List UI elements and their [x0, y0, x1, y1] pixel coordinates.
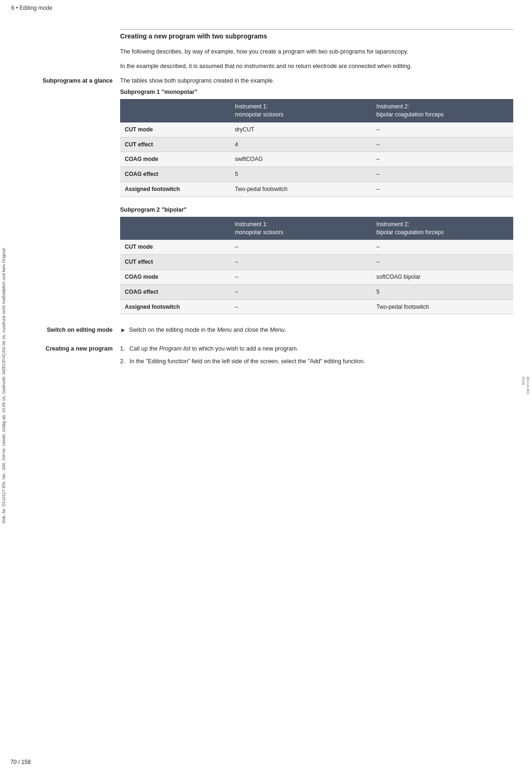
- table2-header-row: Instrument 1:monopolar scissors Instrume…: [120, 217, 513, 240]
- table2-cell-4-0: Assigned footswitch: [120, 299, 230, 314]
- sidebar-text: Dok.-Nr: D110127-EN, Ver.: 000, ÄM-Nr: 1…: [0, 0, 8, 771]
- table1-cell-0-1: dryCUT: [230, 122, 372, 137]
- subprograms-label: Subprograms at a glance: [11, 76, 120, 84]
- table2-row: CUT effect––: [120, 255, 513, 270]
- table2-cell-4-2: Two-pedal footswitch: [372, 299, 513, 314]
- intro-para-2: In the example described, it is assumed …: [120, 62, 513, 71]
- table1-cell-3-1: 5: [230, 167, 372, 182]
- creating-new-program-label: Creating a new program: [11, 344, 120, 352]
- subprograms-at-a-glance-section: Subprograms at a glance The tables show …: [11, 76, 513, 315]
- table2-cell-3-2: 5: [372, 284, 513, 299]
- table1-cell-4-0: Assigned footswitch: [120, 182, 230, 197]
- table1-row: COAG effect5–: [120, 167, 513, 182]
- switch-instruction-text: Switch on the editing mode in the Menu a…: [129, 326, 286, 335]
- table1-cell-2-1: swiftCOAG: [230, 152, 372, 167]
- table2-header-col0: [120, 217, 230, 240]
- step-list: 1. Call up the Program list to which you…: [120, 344, 513, 366]
- page-number: 70 / 158: [10, 759, 30, 765]
- table1-cell-4-2: –: [372, 182, 513, 197]
- table1-cell-3-0: COAG effect: [120, 167, 230, 182]
- table2-cell-4-1: –: [230, 299, 372, 314]
- table1-cell-4-1: Two-pedal footswitch: [230, 182, 372, 197]
- table2-cell-2-1: –: [230, 270, 372, 285]
- creating-new-program-section: Creating a new program 1. Call up the Pr…: [11, 344, 513, 370]
- step-1-number: 1.: [120, 344, 129, 353]
- subprogram2-label: Subprogram 2 "bipolar": [120, 206, 513, 213]
- breadcrumb: 6 • Editing mode: [11, 5, 523, 15]
- table2-cell-2-2: softCOAG bipolar: [372, 270, 513, 285]
- table1-cell-1-2: –: [372, 137, 513, 152]
- table1-header-col0: [120, 99, 230, 122]
- table1-wrapper: Instrument 1:monopolar scissors Instrume…: [120, 99, 513, 197]
- subprograms-intro: The tables show both subprograms created…: [120, 76, 513, 85]
- subprogram2-table: Instrument 1:monopolar scissors Instrume…: [120, 217, 513, 315]
- step-2-text: In the "Editing function" field on the l…: [129, 357, 513, 366]
- table2-cell-3-1: –: [230, 284, 372, 299]
- table1-cell-1-0: CUT effect: [120, 137, 230, 152]
- table2-cell-1-2: –: [372, 255, 513, 270]
- table1-header-col1: Instrument 1:monopolar scissors: [230, 99, 372, 122]
- table2-row: Assigned footswitch–Two-pedal footswitch: [120, 299, 513, 314]
- table1-cell-1-1: 4: [230, 137, 372, 152]
- switch-editing-mode-section: Switch on editing mode ➤ Switch on the e…: [11, 326, 513, 335]
- table2-cell-1-1: –: [230, 255, 372, 270]
- table1-row: COAG modeswiftCOAG–: [120, 152, 513, 167]
- switch-editing-mode-instruction: ➤ Switch on the editing mode in the Menu…: [120, 326, 513, 335]
- subprogram1-label: Subprogram 1 "monopolar": [120, 89, 513, 95]
- intro-para-1: The following describes, by way of examp…: [120, 47, 513, 56]
- table1-row: CUT modedryCUT–: [120, 122, 513, 137]
- table2-header-col2: Instrument 2:bipolar coagulation forceps: [372, 217, 513, 240]
- step-1: 1. Call up the Program list to which you…: [120, 344, 513, 353]
- table1-cell-0-0: CUT mode: [120, 122, 230, 137]
- table2-wrapper: Instrument 1:monopolar scissors Instrume…: [120, 217, 513, 315]
- table2-cell-0-0: CUT mode: [120, 240, 230, 254]
- switch-editing-mode-label: Switch on editing mode: [11, 326, 120, 333]
- table1-cell-0-2: –: [372, 122, 513, 137]
- table2-cell-1-0: CUT effect: [120, 255, 230, 270]
- table2-cell-3-0: COAG effect: [120, 284, 230, 299]
- table1-cell-2-0: COAG mode: [120, 152, 230, 167]
- table2-cell-2-0: COAG mode: [120, 270, 230, 285]
- table1-cell-2-2: –: [372, 152, 513, 167]
- table2-row: COAG effect–5: [120, 284, 513, 299]
- section-title: Creating a new program with two subprogr…: [120, 32, 513, 40]
- section-rule: [120, 29, 513, 30]
- table1-header-row: Instrument 1:monopolar scissors Instrume…: [120, 99, 513, 122]
- table1-row: CUT effect4–: [120, 137, 513, 152]
- table1-header-col2: Instrument 2:bipolar coagulation forceps: [372, 99, 513, 122]
- table2-cell-0-2: –: [372, 240, 513, 254]
- table1-row: Assigned footswitchTwo-pedal footswitch–: [120, 182, 513, 197]
- table2-row: COAG mode–softCOAG bipolar: [120, 270, 513, 285]
- step-2-number: 2.: [120, 357, 129, 366]
- table1-cell-3-2: –: [372, 167, 513, 182]
- section-title-block: Creating a new program with two subprogr…: [120, 29, 513, 40]
- table2-row: CUT mode––: [120, 240, 513, 254]
- step-1-text: Call up the Program list to which you wi…: [129, 344, 513, 353]
- right-margin-code: 80114-6010316: [521, 376, 530, 394]
- table2-header-col1: Instrument 1:monopolar scissors: [230, 217, 372, 240]
- step-2: 2. In the "Editing function" field on th…: [120, 357, 513, 366]
- arrow-icon: ➤: [120, 326, 125, 335]
- subprogram1-table: Instrument 1:monopolar scissors Instrume…: [120, 99, 513, 197]
- table2-cell-0-1: –: [230, 240, 372, 254]
